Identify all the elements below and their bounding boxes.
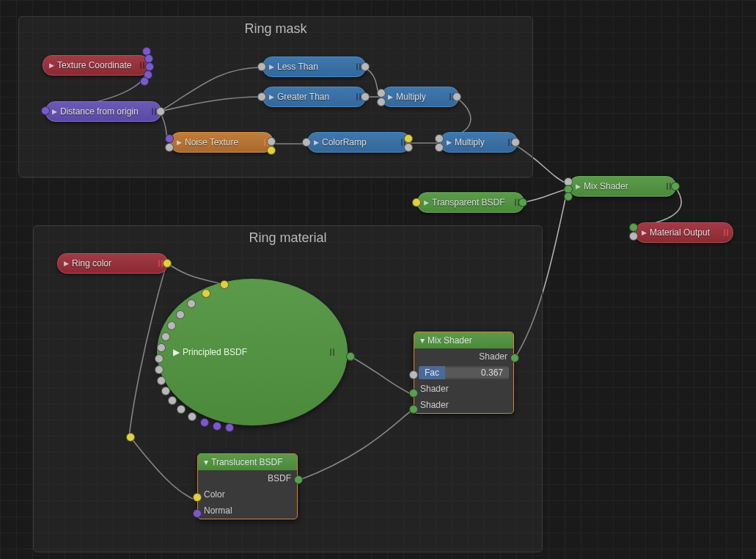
input-socket[interactable] — [41, 106, 50, 115]
collapse-icon[interactable]: ▶ — [269, 63, 274, 70]
input-socket[interactable] — [225, 423, 234, 432]
input-socket[interactable] — [302, 138, 311, 147]
output-socket[interactable] — [346, 352, 355, 361]
node-label: Material Output — [650, 227, 710, 238]
node-label: Less Than — [277, 62, 318, 72]
node-mix-shader-panel[interactable]: ▾ Mix Shader Shader Fac 0.367 Shader Sha… — [414, 332, 514, 414]
input-socket[interactable] — [155, 365, 164, 374]
node-header[interactable]: ▾ Mix Shader — [414, 332, 513, 348]
output-socket[interactable] — [163, 259, 172, 268]
node-colorramp[interactable]: ▶ ColorRamp — [307, 132, 411, 153]
output-socket[interactable] — [156, 107, 165, 116]
node-label: Multiply — [396, 92, 426, 102]
output-socket[interactable] — [361, 92, 370, 101]
input-socket[interactable] — [177, 405, 186, 414]
input-socket[interactable] — [157, 376, 166, 385]
output-socket[interactable] — [671, 182, 680, 191]
node-material-output[interactable]: ▶ Material Output — [635, 222, 733, 243]
input-row-shader: Shader — [414, 397, 513, 413]
node-multiply[interactable]: ▶ Multiply — [381, 87, 459, 107]
collapse-icon[interactable]: ▶ — [52, 108, 57, 115]
input-socket[interactable] — [167, 321, 176, 330]
frame-title: Ring mask — [19, 17, 532, 37]
input-socket[interactable] — [168, 396, 177, 405]
input-socket[interactable] — [377, 98, 386, 106]
node-mix-shader[interactable]: ▶ Mix Shader — [569, 176, 676, 197]
node-label: Transparent BSDF — [432, 197, 505, 208]
node-noise-texture[interactable]: ▶ Noise Texture — [170, 132, 274, 153]
input-socket[interactable] — [188, 412, 197, 421]
collapse-icon[interactable]: ▾ — [420, 335, 425, 346]
input-socket[interactable] — [155, 354, 164, 363]
input-socket[interactable] — [193, 509, 202, 518]
node-principled-bsdf[interactable]: ▶ Principled BSDF — [157, 279, 348, 425]
input-socket[interactable] — [564, 192, 573, 201]
input-socket[interactable] — [161, 332, 170, 341]
input-socket[interactable] — [409, 389, 418, 398]
node-less-than[interactable]: ▶ Less Than — [263, 56, 366, 77]
input-socket[interactable] — [213, 422, 221, 431]
output-socket[interactable] — [510, 354, 519, 362]
input-socket[interactable] — [200, 418, 209, 427]
collapse-icon[interactable]: ▶ — [177, 139, 182, 146]
input-socket[interactable] — [220, 280, 229, 289]
reroute-socket[interactable] — [126, 433, 135, 442]
collapse-icon[interactable]: ▶ — [269, 93, 274, 101]
node-transparent-bsdf[interactable]: ▶ Transparent BSDF — [417, 192, 524, 213]
node-greater-than[interactable]: ▶ Greater Than — [263, 87, 366, 107]
input-socket[interactable] — [165, 143, 174, 152]
input-socket[interactable] — [412, 198, 421, 207]
input-row-normal: Normal — [198, 503, 297, 519]
fac-field[interactable]: Fac 0.367 — [419, 366, 509, 379]
input-socket[interactable] — [161, 387, 170, 395]
input-socket[interactable] — [165, 134, 174, 143]
node-title: Translucent BSDF — [211, 457, 283, 467]
collapse-icon[interactable]: ▶ — [424, 199, 429, 206]
node-label: Texture Coordinate — [57, 60, 131, 70]
node-texture-coordinate[interactable]: ▶ Texture Coordinate — [43, 55, 150, 76]
node-editor-canvas[interactable]: Ring mask Ring material ▶ Texture Coordi… — [0, 0, 756, 559]
collapse-icon[interactable]: ▶ — [447, 139, 452, 146]
node-ring-color[interactable]: ▶ Ring color — [57, 253, 168, 274]
input-socket[interactable] — [176, 310, 185, 319]
input-socket[interactable] — [187, 299, 196, 308]
node-translucent-bsdf[interactable]: ▾ Translucent BSDF BSDF Color Normal — [197, 453, 298, 519]
input-socket[interactable] — [435, 134, 444, 143]
collapse-icon[interactable]: ▶ — [642, 229, 647, 236]
input-socket[interactable] — [257, 62, 266, 71]
input-socket[interactable] — [193, 493, 202, 502]
collapse-icon[interactable]: ▶ — [173, 347, 180, 357]
node-label: Principled BSDF — [183, 347, 247, 357]
fac-value[interactable]: 0.367 — [445, 368, 509, 378]
input-socket[interactable] — [257, 92, 266, 101]
node-label: Multiply — [455, 137, 485, 147]
node-distance-from-origin[interactable]: ▶ Distance from origin — [45, 101, 161, 122]
input-socket[interactable] — [409, 370, 418, 379]
node-multiply[interactable]: ▶ Multiply — [440, 132, 518, 153]
collapse-icon[interactable]: ▶ — [576, 183, 581, 190]
collapse-icon[interactable]: ▶ — [388, 93, 393, 101]
output-socket[interactable] — [404, 134, 413, 143]
output-socket[interactable] — [294, 475, 303, 484]
input-socket[interactable] — [629, 223, 638, 232]
collapse-icon[interactable]: ▶ — [49, 62, 54, 69]
input-socket[interactable] — [157, 343, 166, 352]
output-socket[interactable] — [511, 138, 520, 147]
output-socket[interactable] — [267, 146, 276, 155]
input-socket[interactable] — [202, 289, 210, 298]
input-socket[interactable] — [409, 405, 418, 414]
input-socket[interactable] — [435, 143, 444, 152]
output-socket[interactable] — [361, 62, 370, 71]
collapse-icon[interactable]: ▶ — [314, 139, 319, 146]
input-socket[interactable] — [629, 232, 638, 241]
output-socket[interactable] — [140, 77, 149, 86]
node-header[interactable]: ▾ Translucent BSDF — [198, 454, 297, 470]
collapse-icon[interactable]: ▾ — [204, 457, 208, 467]
output-socket[interactable] — [518, 198, 527, 207]
output-socket[interactable] — [404, 143, 413, 152]
output-socket[interactable] — [267, 137, 276, 146]
input-socket[interactable] — [377, 89, 386, 98]
node-label: Distance from origin — [60, 106, 139, 117]
collapse-icon[interactable]: ▶ — [64, 260, 69, 267]
output-socket[interactable] — [452, 92, 461, 101]
